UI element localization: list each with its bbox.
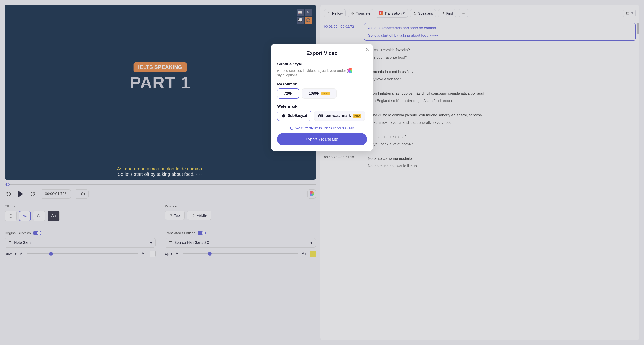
subtitle-style-label: Subtitle Style <box>277 62 367 67</box>
info-icon <box>290 126 294 130</box>
close-button[interactable] <box>365 47 370 53</box>
resolution-720p[interactable]: 720P <box>277 89 299 99</box>
watermark-none[interactable]: Without watermark PRO <box>314 111 365 121</box>
pro-badge: PRO <box>353 114 362 118</box>
brand-icon <box>282 114 286 118</box>
export-button[interactable]: Export (103.58 MB) <box>277 133 367 145</box>
pro-badge: PRO <box>321 92 330 95</box>
modal-overlay: Export Video Subtitle Style Embed subtit… <box>0 0 644 345</box>
subtitle-style-hint: Embed subtitles in video, adjust layout … <box>277 68 367 77</box>
watermark-label: Watermark <box>277 104 367 109</box>
size-limit-info: We currently limits videos under 3000MB <box>277 126 367 130</box>
modal-title: Export Video <box>277 50 367 56</box>
resolution-1080p[interactable]: 1080P PRO <box>302 89 336 99</box>
export-modal: Export Video Subtitle Style Embed subtit… <box>271 44 373 151</box>
watermark-brand[interactable]: SubEasy.ai <box>277 111 312 121</box>
palette-icon <box>348 68 352 73</box>
resolution-label: Resolution <box>277 82 367 87</box>
